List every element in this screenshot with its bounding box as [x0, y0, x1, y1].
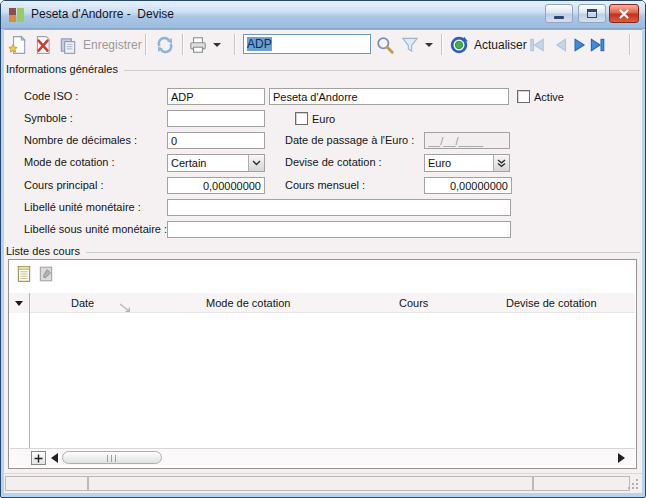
- save-button-label: Enregistrer: [83, 38, 142, 52]
- cours-table-body[interactable]: [30, 314, 635, 447]
- window-title: Peseta d'Andorre - Devise: [31, 1, 174, 28]
- active-checkbox-wrap: Active: [517, 88, 564, 105]
- active-checkbox[interactable]: [517, 90, 530, 103]
- new-line-icon: [15, 265, 33, 283]
- new-document-icon: [8, 35, 28, 55]
- column-header-date[interactable]: Date: [71, 293, 94, 313]
- scroll-right-button[interactable]: [618, 453, 625, 463]
- scroll-left-button[interactable]: [51, 453, 58, 463]
- new-button[interactable]: [8, 34, 28, 56]
- print-dropdown-icon[interactable]: [213, 43, 221, 47]
- mode-cotation-select[interactable]: Certain: [167, 154, 265, 172]
- status-bar: [4, 473, 642, 493]
- cours-mensuel-field[interactable]: [424, 177, 512, 194]
- minimize-icon: [554, 16, 564, 19]
- add-row-button[interactable]: [31, 451, 46, 465]
- active-checkbox-label: Active: [534, 91, 564, 103]
- toolbar-separator: [234, 34, 235, 55]
- actualiser-label: Actualiser: [474, 38, 527, 52]
- chevron-down-icon: [252, 160, 261, 166]
- row-selector-cell[interactable]: [9, 293, 29, 313]
- minimize-button[interactable]: [545, 4, 573, 23]
- cours-principal-field[interactable]: [167, 177, 265, 194]
- refresh-icon: [155, 35, 175, 55]
- title-bar[interactable]: Peseta d'Andorre - Devise: [1, 1, 645, 29]
- column-header-mode-cotation[interactable]: Mode de cotation: [206, 293, 290, 313]
- devise-cotation-label: Devise de cotation :: [285, 154, 382, 171]
- mode-cotation-label: Mode de cotation :: [24, 154, 115, 171]
- devise-cotation-select[interactable]: Euro: [424, 154, 510, 172]
- nav-first-icon: [528, 36, 546, 54]
- close-button[interactable]: [609, 4, 639, 23]
- nav-last-icon: [588, 36, 606, 54]
- toolbar-separator: [441, 34, 442, 55]
- cours-principal-label: Cours principal :: [24, 177, 103, 194]
- symbole-field[interactable]: [167, 110, 265, 127]
- app-icon-square-orange: [9, 15, 16, 22]
- general-section-header: Informations générales: [6, 62, 640, 76]
- toolbar-separator: [182, 34, 183, 55]
- libelle-sous-unite-label: Libellé sous unité monétaire :: [24, 221, 167, 238]
- cours-mensuel-label: Cours mensuel :: [285, 177, 365, 194]
- status-panel-1: [5, 476, 88, 491]
- libelle-sous-unite-field[interactable]: [167, 221, 511, 238]
- column-header-devise-cotation[interactable]: Devise de cotation: [506, 293, 597, 313]
- euro-checkbox-wrap: Euro: [295, 110, 335, 127]
- refresh-button[interactable]: [155, 34, 175, 56]
- mode-cotation-value: Certain: [168, 155, 248, 171]
- maximize-button[interactable]: [578, 4, 606, 23]
- devise-cotation-dropdown-button[interactable]: [493, 155, 509, 171]
- scrollbar-thumb[interactable]: [62, 451, 162, 464]
- delete-icon: [33, 35, 53, 55]
- double-chevron-down-icon: [497, 159, 506, 168]
- printer-icon: [188, 35, 208, 55]
- actualiser-icon: [449, 35, 469, 55]
- print-button[interactable]: [188, 34, 221, 56]
- nav-first-button[interactable]: [528, 34, 546, 56]
- edit-cours-button[interactable]: [37, 265, 55, 283]
- designation-field[interactable]: [269, 88, 509, 105]
- save-button[interactable]: Enregistrer: [58, 34, 142, 56]
- toolbar-separator: [629, 34, 630, 55]
- decimales-field[interactable]: [167, 132, 265, 149]
- code-iso-field[interactable]: [167, 88, 265, 105]
- row-selector-icon: [15, 301, 23, 306]
- main-toolbar: Enregistrer: [4, 30, 642, 60]
- devise-window: Peseta d'Andorre - Devise: [0, 0, 646, 498]
- cours-section-header: Liste des cours: [6, 244, 640, 258]
- resize-grip-icon[interactable]: [628, 479, 639, 490]
- decimales-label: Nombre de décimales :: [24, 132, 137, 149]
- search-input[interactable]: ADP: [243, 34, 371, 54]
- code-iso-label: Code ISO :: [24, 88, 78, 105]
- nav-next-button[interactable]: [570, 34, 588, 56]
- add-cours-button[interactable]: [15, 265, 33, 283]
- filter-button[interactable]: [400, 34, 433, 56]
- nav-next-icon: [570, 36, 588, 54]
- search-button[interactable]: [375, 34, 395, 56]
- status-panel-2: [88, 476, 533, 491]
- close-icon: [618, 8, 630, 20]
- app-icon: [9, 7, 25, 23]
- app-icon-square-darkred: [9, 8, 16, 15]
- nav-previous-icon: [552, 36, 570, 54]
- actualiser-button[interactable]: Actualiser: [449, 34, 527, 56]
- client-area: Enregistrer: [4, 29, 642, 492]
- filter-icon: [400, 35, 420, 55]
- date-euro-label: Date de passage à l'Euro :: [285, 132, 414, 149]
- toolbar-separator: [145, 34, 146, 55]
- nav-last-button[interactable]: [588, 34, 606, 56]
- search-input-value: ADP: [247, 37, 272, 51]
- horizontal-scrollbar: [10, 448, 635, 466]
- filter-dropdown-icon[interactable]: [425, 43, 433, 47]
- status-panel-3: [533, 476, 630, 491]
- column-header-cours[interactable]: Cours: [399, 293, 428, 313]
- nav-previous-button[interactable]: [552, 34, 570, 56]
- date-euro-field: [424, 132, 510, 149]
- general-section-title: Informations générales: [6, 63, 118, 75]
- cours-section-title: Liste des cours: [6, 245, 80, 257]
- libelle-unite-label: Libellé unité monétaire :: [24, 199, 141, 216]
- mode-cotation-dropdown-button[interactable]: [248, 155, 264, 171]
- euro-checkbox[interactable]: [295, 112, 308, 125]
- delete-button[interactable]: [33, 34, 53, 56]
- libelle-unite-field[interactable]: [167, 199, 511, 216]
